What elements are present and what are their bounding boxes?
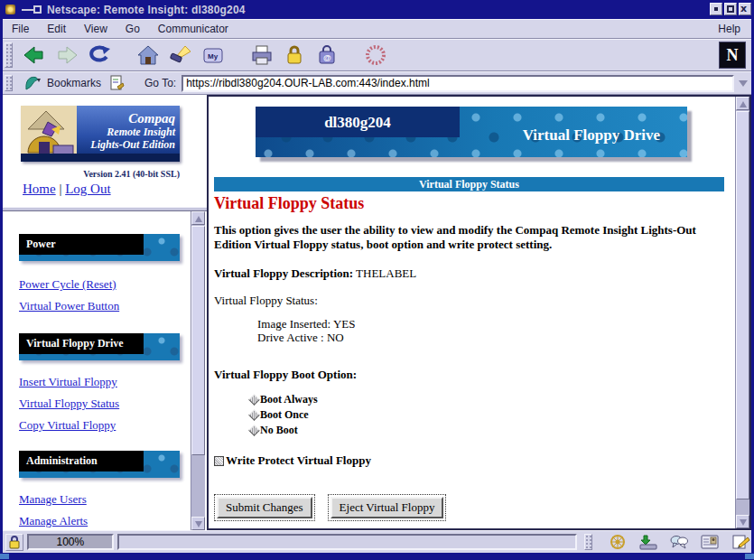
- radio-label: Boot Always: [260, 393, 318, 406]
- boot-option-label: Virtual Floppy Boot Option:: [214, 368, 357, 382]
- sidebar-link-virtual-floppy-status[interactable]: Virtual Floppy Status: [19, 397, 186, 411]
- menu-help[interactable]: Help: [707, 20, 751, 38]
- status-line-drive-active: Drive Active : NO: [257, 331, 356, 345]
- goto-label: Go To:: [144, 77, 176, 89]
- menu-communicator[interactable]: Communicator: [149, 20, 237, 38]
- sidebar-scroll-thumb[interactable]: [191, 226, 205, 455]
- main-scroll-down-icon[interactable]: [736, 515, 749, 528]
- url-input[interactable]: [182, 75, 734, 92]
- radio-label: No Boot: [260, 424, 298, 437]
- banner-page-title: Virtual Floppy Drive: [523, 126, 660, 145]
- minimize-button[interactable]: [710, 3, 722, 15]
- shop-icon[interactable]: @: [314, 42, 340, 68]
- sidebar-scroll-up-icon[interactable]: [191, 211, 205, 225]
- sidebar-link-manage-users[interactable]: Manage Users: [19, 492, 186, 507]
- back-icon[interactable]: [22, 42, 47, 68]
- radio-icon[interactable]: [248, 409, 260, 421]
- section-header-virtual-floppy: Virtual Floppy Drive: [19, 333, 180, 360]
- bookmarks-label[interactable]: Bookmarks: [47, 77, 101, 89]
- write-protect-label: Write Protect Virtual Floppy: [226, 453, 371, 468]
- sidebar-nav-frame: Power Power Cycle (Reset) Virtual Power …: [3, 211, 207, 530]
- netscape-logo[interactable]: N: [719, 42, 746, 69]
- location-bar: Bookmarks Go To:: [3, 71, 751, 95]
- navigator-icon[interactable]: [607, 534, 628, 550]
- sidebar-scrollbar[interactable]: [191, 211, 205, 530]
- brand-name: Compaq: [90, 111, 175, 126]
- section-title-virtual-floppy: Virtual Floppy Drive: [19, 333, 144, 354]
- status-label: Virtual Floppy Status:: [214, 294, 318, 308]
- navigation-toolbar: My @ N: [3, 39, 751, 71]
- maximize-button[interactable]: [724, 3, 737, 15]
- menu-view[interactable]: View: [75, 20, 116, 38]
- netscape-window: Netscape: Remote Insight: dl380g204 x Fi…: [0, 0, 754, 560]
- eject-virtual-floppy-button[interactable]: Eject Virtual Floppy: [328, 494, 447, 521]
- address-book-icon[interactable]: [699, 534, 721, 550]
- menu-edit[interactable]: Edit: [38, 20, 75, 38]
- home-link[interactable]: Home: [23, 182, 56, 196]
- page-title: Virtual Floppy Status: [214, 194, 364, 213]
- window-border-left: [0, 0, 3, 560]
- radio-icon[interactable]: [248, 394, 260, 406]
- menubar: File Edit View Go Communicator Help: [3, 19, 751, 39]
- description-value: THELABEL: [356, 266, 416, 280]
- window-menu-icon[interactable]: [22, 5, 42, 14]
- section-header-power: Power: [19, 234, 180, 261]
- sidebar-link-copy-virtual-floppy[interactable]: Copy Virtual Floppy: [19, 418, 186, 433]
- home-icon[interactable]: [135, 42, 161, 68]
- forward-icon[interactable]: [54, 42, 79, 68]
- logout-link[interactable]: Log Out: [65, 182, 110, 196]
- radio-boot-once[interactable]: Boot Once: [250, 408, 309, 422]
- svg-text:@: @: [323, 53, 331, 62]
- radio-boot-always[interactable]: Boot Always: [250, 393, 318, 406]
- print-icon[interactable]: [249, 42, 275, 68]
- sidebar-scroll-down-icon[interactable]: [191, 517, 205, 530]
- page-proxy-icon[interactable]: [105, 74, 128, 92]
- radio-icon[interactable]: [248, 425, 260, 436]
- status-line-image-inserted: Image Inserted: YES: [257, 318, 356, 331]
- section-title-administration: Administration: [19, 451, 144, 471]
- page-banner: dl380g204 Virtual Floppy Drive: [256, 107, 687, 157]
- window-title: Netscape: Remote Insight: dl380g204: [47, 4, 246, 16]
- status-message-field: [117, 534, 577, 550]
- sidebar-link-virtual-power-button[interactable]: Virtual Power Button: [19, 299, 186, 313]
- progress-indicator: 100%: [27, 534, 114, 550]
- discussions-icon[interactable]: [668, 534, 690, 550]
- main-scroll-up-icon[interactable]: [736, 97, 749, 110]
- brand-product: Remote Insight: [90, 126, 175, 139]
- checkbox-icon[interactable]: [214, 456, 224, 466]
- taskbar-grippy[interactable]: [584, 534, 592, 550]
- section-bar: Virtual Floppy Status: [214, 177, 724, 191]
- sidebar-link-insert-virtual-floppy[interactable]: Insert Virtual Floppy: [19, 375, 186, 389]
- menu-go[interactable]: Go: [116, 20, 149, 38]
- brand-text: Compaq Remote Insight Lights-Out Edition: [90, 111, 175, 152]
- submit-changes-button[interactable]: Submit Changes: [214, 494, 315, 521]
- bookmarks-icon[interactable]: [22, 74, 43, 92]
- url-history-dropdown-icon[interactable]: [739, 80, 748, 87]
- main-scroll-thumb[interactable]: [736, 111, 749, 499]
- resize-corner-left[interactable]: [0, 554, 9, 559]
- reload-icon[interactable]: [87, 42, 112, 68]
- toolbar-grippy[interactable]: [5, 42, 13, 68]
- menu-file[interactable]: File: [3, 20, 38, 38]
- search-icon[interactable]: [168, 42, 193, 68]
- status-bar: 100%: [3, 530, 751, 553]
- close-button[interactable]: x: [739, 3, 751, 15]
- svg-text:My: My: [208, 52, 219, 61]
- main-scrollbar[interactable]: [735, 97, 749, 528]
- netscape-flag-icon: [5, 4, 19, 15]
- security-lock-icon[interactable]: [5, 534, 23, 551]
- section-title-power: Power: [19, 234, 144, 255]
- stop-icon[interactable]: [363, 42, 388, 68]
- security-icon[interactable]: [282, 42, 307, 68]
- radio-no-boot[interactable]: No Boot: [250, 424, 298, 437]
- main-content-frame: dl380g204 Virtual Floppy Drive Virtual F…: [207, 95, 751, 530]
- sidebar-link-power-cycle[interactable]: Power Cycle (Reset): [19, 277, 186, 292]
- locbar-grippy[interactable]: [5, 75, 13, 91]
- titlebar: Netscape: Remote Insight: dl380g204 x: [0, 0, 754, 19]
- write-protect-checkbox-row[interactable]: Write Protect Virtual Floppy: [214, 453, 371, 468]
- mailbox-icon[interactable]: [638, 534, 659, 550]
- sidebar-link-manage-alerts[interactable]: Manage Alerts: [19, 514, 186, 528]
- resize-corner-right[interactable]: [745, 554, 754, 559]
- my-netscape-icon[interactable]: My: [200, 42, 226, 68]
- composer-icon[interactable]: [730, 534, 751, 550]
